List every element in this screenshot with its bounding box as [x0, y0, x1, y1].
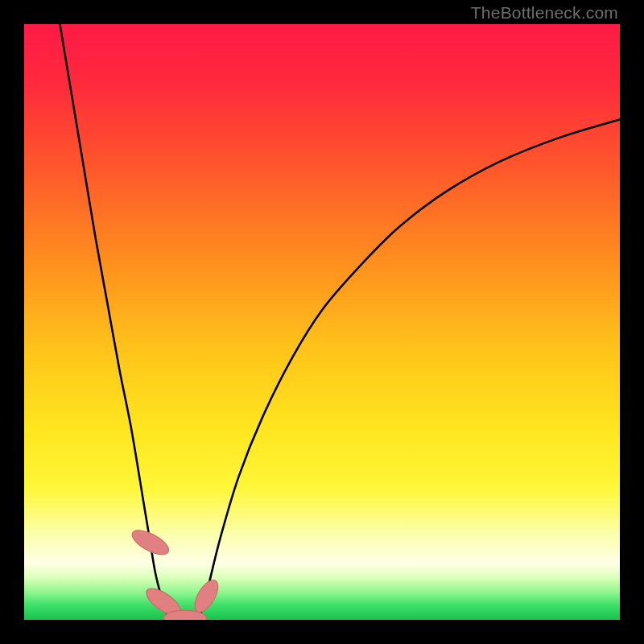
- highlight-marker: [190, 576, 222, 616]
- plot-area: [24, 24, 620, 620]
- watermark-text: TheBottleneck.com: [471, 3, 618, 23]
- curve-left-branch: [60, 24, 173, 620]
- chart-frame: TheBottleneck.com: [0, 0, 644, 644]
- curve-right-branch: [197, 119, 620, 620]
- highlight-marker: [129, 526, 172, 559]
- highlight-markers: [129, 526, 223, 620]
- curve-layer: [24, 24, 620, 620]
